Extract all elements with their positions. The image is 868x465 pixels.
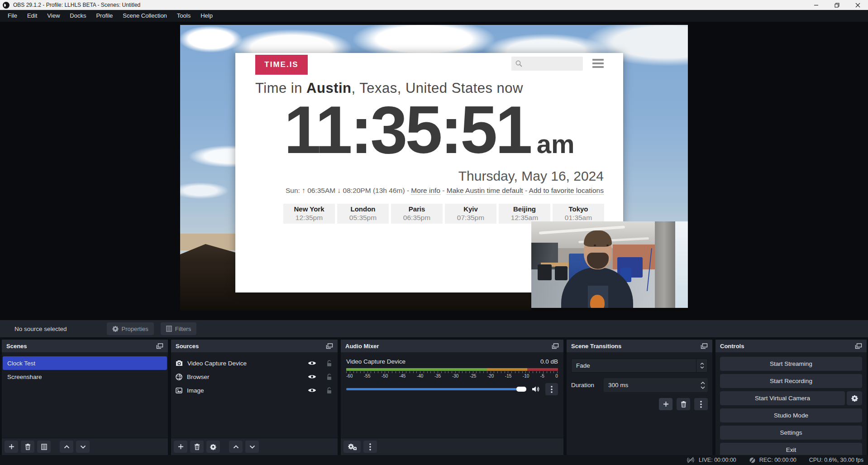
sources-dock: Sources Video Capture Device Browser: [171, 340, 338, 455]
menu-profile[interactable]: Profile: [91, 10, 118, 22]
scene-item-screenshare[interactable]: Screenshare: [3, 370, 167, 384]
source-context-bar: No source selected Properties Filters: [0, 320, 868, 337]
unlock-icon[interactable]: [326, 360, 332, 367]
move-source-up-button[interactable]: [229, 441, 243, 453]
remove-transition-button[interactable]: [677, 398, 690, 410]
meter-red-zone: [527, 368, 558, 371]
source-properties-button[interactable]: [206, 441, 220, 453]
duration-spinbox[interactable]: 300 ms: [604, 378, 708, 392]
properties-button[interactable]: Properties: [107, 322, 154, 335]
mixer-menu-button[interactable]: [363, 441, 377, 453]
filters-button[interactable]: Filters: [161, 322, 196, 335]
unlock-icon[interactable]: [326, 374, 332, 380]
start-recording-button[interactable]: Start Recording: [720, 374, 862, 388]
popout-icon[interactable]: [855, 343, 862, 349]
unlock-icon[interactable]: [326, 387, 332, 394]
popout-icon[interactable]: [156, 343, 163, 349]
chevron-up-icon: [233, 445, 239, 449]
source-item-browser[interactable]: Browser: [171, 370, 338, 384]
restore-icon: [835, 3, 839, 8]
dots-vertical-icon: [551, 386, 553, 393]
scene-filters-button[interactable]: [37, 441, 51, 453]
chevron-down-icon[interactable]: [701, 386, 705, 389]
scenes-dock-header[interactable]: Scenes: [2, 340, 168, 352]
mixer-options-button[interactable]: [545, 383, 558, 395]
menu-file[interactable]: File: [3, 10, 22, 22]
restore-button[interactable]: [826, 0, 847, 10]
trash-icon: [194, 444, 200, 450]
sources-toolbar: [171, 438, 338, 455]
preview-canvas[interactable]: TIME.IS Time in Austin, Texas, United St…: [180, 25, 688, 311]
add-scene-button[interactable]: [5, 441, 18, 453]
webcam-concrete-pillar: [655, 221, 675, 311]
transition-properties-button[interactable]: [694, 398, 708, 410]
audio-mixer-header[interactable]: Audio Mixer: [341, 340, 563, 352]
gear-icon: [851, 395, 858, 402]
scene-transitions-header[interactable]: Scene Transitions: [567, 340, 712, 352]
sources-title: Sources: [176, 343, 199, 350]
virtual-camera-config-button[interactable]: [847, 391, 862, 405]
live-time: LIVE: 00:00:00: [699, 457, 736, 463]
move-scene-up-button[interactable]: [60, 441, 73, 453]
scene-transitions-title: Scene Transitions: [571, 343, 621, 350]
transition-select[interactable]: Fade: [571, 359, 708, 373]
menu-edit[interactable]: Edit: [22, 10, 42, 22]
popout-icon[interactable]: [552, 343, 559, 349]
move-source-down-button[interactable]: [245, 441, 259, 453]
menu-help[interactable]: Help: [196, 10, 218, 22]
menu-scene-collection[interactable]: Scene Collection: [118, 10, 172, 22]
move-scene-down-button[interactable]: [76, 441, 90, 453]
settings-button[interactable]: Settings: [720, 426, 862, 440]
scenes-title: Scenes: [6, 343, 27, 350]
chevron-up-icon: [700, 363, 704, 365]
search-icon: [515, 60, 523, 67]
remove-source-button[interactable]: [190, 441, 204, 453]
volume-slider-handle[interactable]: [516, 387, 526, 392]
transition-select-arrows[interactable]: [696, 359, 707, 372]
minimize-button[interactable]: [806, 0, 826, 10]
popout-icon[interactable]: [701, 343, 708, 349]
sources-dock-header[interactable]: Sources: [171, 340, 338, 352]
no-source-selected-label: No source selected: [14, 326, 67, 332]
start-virtual-camera-button[interactable]: Start Virtual Camera: [720, 391, 845, 405]
eye-icon[interactable]: [308, 374, 316, 379]
menu-docks[interactable]: Docks: [65, 10, 91, 22]
broadcast-off-icon: [686, 457, 695, 463]
close-button[interactable]: [847, 0, 868, 10]
popout-icon[interactable]: [326, 343, 333, 349]
add-transition-button[interactable]: [659, 398, 672, 410]
remove-scene-button[interactable]: [21, 441, 34, 453]
advanced-audio-button[interactable]: [343, 441, 361, 453]
menu-tools[interactable]: Tools: [172, 10, 196, 22]
speaker-icon[interactable]: [532, 386, 540, 393]
source-item-image[interactable]: Image: [171, 384, 338, 397]
start-streaming-button[interactable]: Start Streaming: [720, 357, 862, 371]
eye-icon[interactable]: [308, 360, 316, 366]
meter-scale-labels: -60-55-50-45-40-35-30-25-20-15-10-50: [346, 374, 558, 379]
controls-header[interactable]: Controls: [715, 340, 867, 352]
add-source-button[interactable]: [174, 441, 187, 453]
city-box-paris: Paris06:35pm: [391, 204, 443, 224]
source-item-video-capture[interactable]: Video Capture Device: [171, 356, 338, 370]
title-bar: OBS 29.1.2 - Profile: LLHLS BETA - Scene…: [0, 0, 868, 10]
exit-button[interactable]: Exit: [720, 443, 862, 455]
chevron-up-icon[interactable]: [701, 382, 705, 384]
scene-transitions-dock: Scene Transitions Fade Duration 300 ms: [567, 340, 712, 455]
city-box-tokyo: Tokyo01:35am: [553, 204, 604, 224]
city-box-kyiv: Kyiv07:35pm: [445, 204, 496, 224]
studio-mode-button[interactable]: Studio Mode: [720, 408, 862, 422]
audio-mixer-title: Audio Mixer: [345, 343, 379, 350]
transition-selected-value: Fade: [572, 359, 696, 372]
cpu-fps-text: CPU: 0.6%, 30.00 fps: [809, 457, 863, 463]
minimize-icon: [814, 3, 819, 8]
menu-view[interactable]: View: [42, 10, 65, 22]
camera-icon: [176, 360, 183, 366]
timeis-city-row: New York12:35pm London05:35pm Paris06:35…: [283, 204, 604, 224]
scenes-dock: Scenes Clock Test Screenshare: [2, 340, 168, 455]
meter-tick-marks: [346, 371, 558, 373]
source-label: Browser: [187, 374, 303, 380]
eye-icon[interactable]: [308, 388, 316, 393]
scene-item-clock-test[interactable]: Clock Test: [3, 356, 167, 370]
source-label: Image: [187, 387, 303, 394]
volume-slider[interactable]: [346, 388, 526, 390]
